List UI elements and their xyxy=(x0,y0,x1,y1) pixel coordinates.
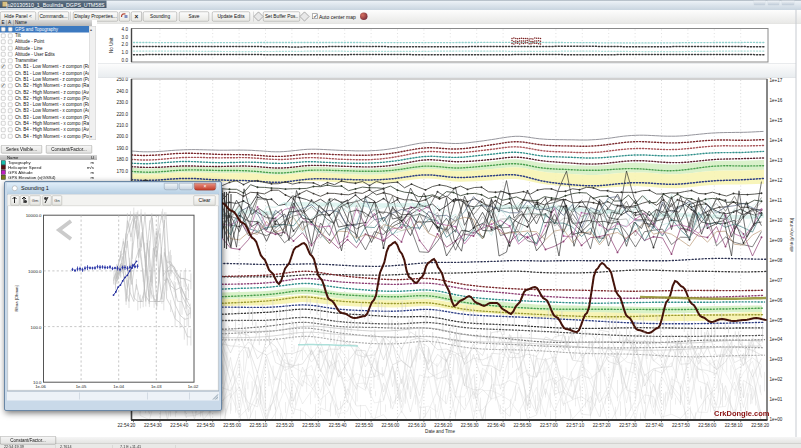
svg-text:1e-02: 1e-02 xyxy=(188,384,199,389)
svg-text:Rhoa [Ohmm]: Rhoa [Ohmm] xyxy=(14,285,19,311)
svg-text:1e-06: 1e-06 xyxy=(35,384,46,389)
svg-text:1e-05: 1e-05 xyxy=(76,384,87,389)
svg-text:100.0: 100.0 xyxy=(31,325,43,330)
svg-text:1e-04: 1e-04 xyxy=(113,384,124,389)
svg-text:10000.0: 10000.0 xyxy=(26,213,42,218)
svg-text:1e-03: 1e-03 xyxy=(151,384,162,389)
svg-text:1000.0: 1000.0 xyxy=(28,269,42,274)
